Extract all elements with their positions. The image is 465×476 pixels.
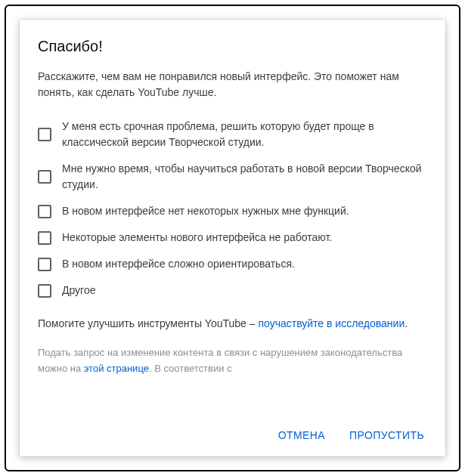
cancel-button[interactable]: ОТМЕНА [269, 423, 334, 447]
checkbox-label: Некоторые элементы нового интерфейса не … [62, 230, 332, 246]
checkbox-label: В новом интерфейсе нет некоторых нужных … [62, 203, 349, 219]
checkbox-option[interactable]: Некоторые элементы нового интерфейса не … [38, 230, 427, 246]
checkbox-icon[interactable] [38, 231, 51, 245]
checkbox-label: Мне нужно время, чтобы научиться работат… [62, 161, 427, 193]
checkbox-label: У меня есть срочная проблема, решить кот… [62, 119, 427, 150]
checkbox-icon[interactable] [38, 258, 51, 271]
checkbox-icon[interactable] [38, 205, 51, 218]
dialog-frame: Спасибо! Расскажите, чем вам не понравил… [5, 5, 460, 471]
legal-suffix: . В соответствии с [149, 363, 232, 374]
research-help-text: Помогите улучшить инструменты YouTube – … [38, 315, 427, 332]
research-link[interactable]: поучаствуйте в исследовании [258, 317, 405, 329]
dialog-intro: Расскажите, чем вам не понравился новый … [38, 69, 427, 100]
checkbox-list: У меня есть срочная проблема, решить кот… [38, 119, 427, 298]
checkbox-icon[interactable] [38, 284, 51, 298]
checkbox-option[interactable]: Другое [38, 283, 427, 298]
legal-text: Подать запрос на изменение контента в св… [38, 345, 427, 377]
skip-button[interactable]: ПРОПУСТИТЬ [340, 423, 433, 447]
checkbox-label: Другое [62, 283, 95, 298]
checkbox-option[interactable]: У меня есть срочная проблема, решить кот… [38, 119, 427, 150]
checkbox-option[interactable]: Мне нужно время, чтобы научиться работат… [38, 161, 427, 193]
checkbox-icon[interactable] [38, 170, 51, 184]
help-prefix: Помогите улучшить инструменты YouTube – [38, 317, 258, 329]
dialog-heading: Спасибо! [38, 38, 427, 55]
checkbox-option[interactable]: В новом интерфейсе сложно ориентироватьс… [38, 256, 427, 272]
checkbox-icon[interactable] [38, 128, 51, 141]
feedback-dialog: Спасибо! Расскажите, чем вам не понравил… [20, 20, 445, 456]
legal-link[interactable]: этой странице [84, 363, 149, 374]
checkbox-option[interactable]: В новом интерфейсе нет некоторых нужных … [38, 203, 427, 219]
dialog-actions: ОТМЕНА ПРОПУСТИТЬ [20, 416, 445, 456]
dialog-scroll-area[interactable]: Спасибо! Расскажите, чем вам не понравил… [20, 20, 445, 416]
checkbox-label: В новом интерфейсе сложно ориентироватьс… [62, 256, 295, 272]
help-suffix: . [405, 317, 408, 329]
